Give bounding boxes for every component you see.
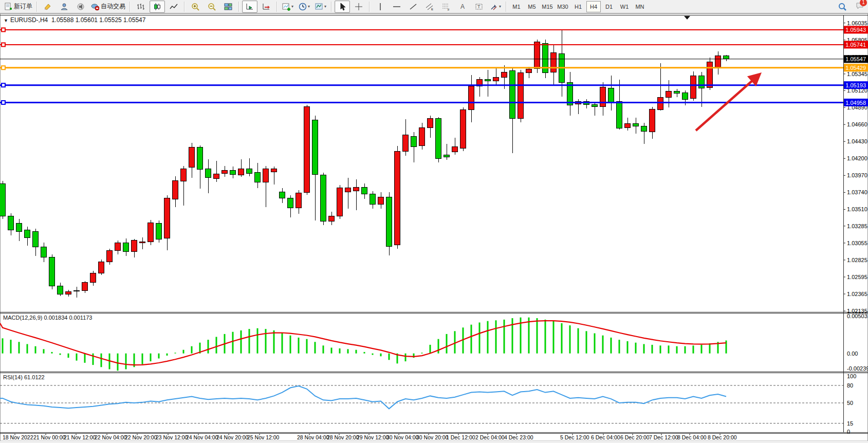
svg-text:1.04430: 1.04430 bbox=[847, 138, 867, 144]
svg-text:1.05741: 1.05741 bbox=[845, 42, 866, 48]
svg-text:4 Dec 23:00: 4 Dec 23:00 bbox=[504, 434, 533, 440]
svg-text:1.05943: 1.05943 bbox=[845, 27, 866, 33]
svg-text:1.05547: 1.05547 bbox=[845, 56, 866, 62]
chart-ohlc-values: 1.05588 1.05601 1.05525 1.05547 bbox=[51, 16, 146, 24]
time-axis: 18 Nov 202221 Nov 00:0021 Nov 12:0022 No… bbox=[3, 433, 737, 440]
svg-text:6 Dec 20:00: 6 Dec 20:00 bbox=[620, 434, 650, 440]
svg-text:22 Nov 04:00: 22 Nov 04:00 bbox=[95, 434, 127, 440]
svg-text:1.04660: 1.04660 bbox=[847, 121, 867, 127]
svg-text:0.005031: 0.005031 bbox=[847, 313, 868, 319]
macd-indicator-label: MACD(12,26,9) 0.001834 0.001173 bbox=[3, 315, 92, 321]
svg-text:30 Nov 04:00: 30 Nov 04:00 bbox=[386, 434, 419, 440]
svg-text:22 Nov 20:00: 22 Nov 20:00 bbox=[125, 434, 157, 440]
svg-text:5 Dec 12:00: 5 Dec 12:00 bbox=[560, 434, 589, 440]
svg-text:8 Dec 04:00: 8 Dec 04:00 bbox=[677, 434, 707, 440]
svg-text:1.03970: 1.03970 bbox=[847, 172, 867, 178]
svg-text:1.05345: 1.05345 bbox=[847, 71, 867, 77]
svg-text:1.06035: 1.06035 bbox=[847, 20, 867, 26]
rsi-indicator-label: RSI(14) 61.0122 bbox=[3, 374, 45, 380]
svg-text:100: 100 bbox=[847, 373, 856, 379]
svg-text:29 Nov 12:00: 29 Nov 12:00 bbox=[357, 434, 389, 440]
svg-text:28 Nov 04:00: 28 Nov 04:00 bbox=[297, 434, 329, 440]
svg-text:21 Nov 12:00: 21 Nov 12:00 bbox=[64, 434, 96, 440]
chart-collapse-icon[interactable]: ▼ bbox=[4, 18, 8, 23]
svg-text:1.04200: 1.04200 bbox=[847, 155, 867, 161]
svg-text:21 Nov 00:00: 21 Nov 00:00 bbox=[33, 434, 66, 440]
svg-text:50: 50 bbox=[847, 400, 853, 406]
svg-text:1.03285: 1.03285 bbox=[847, 223, 867, 229]
svg-text:1.03740: 1.03740 bbox=[847, 189, 867, 195]
svg-text:0: 0 bbox=[847, 429, 850, 435]
svg-text:28 Nov 20:00: 28 Nov 20:00 bbox=[327, 434, 359, 440]
svg-text:1.03055: 1.03055 bbox=[847, 240, 867, 246]
line-handle[interactable] bbox=[2, 43, 5, 46]
line-handle[interactable] bbox=[2, 101, 5, 104]
line-handle[interactable] bbox=[2, 28, 5, 31]
chart-canvas[interactable]: 1.060351.058051.055751.053451.051201.048… bbox=[0, 0, 868, 443]
svg-text:1.02825: 1.02825 bbox=[847, 257, 867, 263]
svg-text:1.02595: 1.02595 bbox=[847, 274, 867, 280]
svg-text:25 Nov 12:00: 25 Nov 12:00 bbox=[247, 434, 280, 440]
svg-text:-0.002397: -0.002397 bbox=[847, 365, 868, 372]
svg-text:24 Nov 20:00: 24 Nov 20:00 bbox=[216, 434, 249, 440]
svg-text:15: 15 bbox=[847, 420, 853, 427]
svg-text:30 Nov 20:00: 30 Nov 20:00 bbox=[416, 434, 449, 440]
svg-text:0.00: 0.00 bbox=[847, 350, 858, 357]
chart-symbol-period: EURUSD-,H4 bbox=[10, 16, 48, 24]
svg-text:1.05429: 1.05429 bbox=[845, 65, 866, 71]
bottom-strip bbox=[0, 441, 868, 443]
svg-text:7 Dec 12:00: 7 Dec 12:00 bbox=[649, 434, 678, 440]
svg-text:1.03510: 1.03510 bbox=[847, 206, 867, 212]
svg-text:18 Nov 2022: 18 Nov 2022 bbox=[3, 434, 33, 440]
svg-text:8 Dec 20:00: 8 Dec 20:00 bbox=[708, 434, 737, 440]
svg-text:23 Nov 12:00: 23 Nov 12:00 bbox=[156, 434, 188, 440]
line-handle[interactable] bbox=[2, 83, 5, 87]
svg-text:80: 80 bbox=[847, 382, 853, 389]
svg-text:1.04958: 1.04958 bbox=[845, 100, 866, 106]
svg-text:1.02365: 1.02365 bbox=[847, 291, 867, 297]
svg-text:24 Nov 04:00: 24 Nov 04:00 bbox=[186, 434, 218, 440]
mt4-window: 新订单自动交易▾▾▾EFAT▾M1M5M15M30H1H4D1W1MN1 1.0… bbox=[0, 0, 868, 443]
svg-text:6 Dec 04:00: 6 Dec 04:00 bbox=[591, 434, 620, 440]
line-handle[interactable] bbox=[2, 66, 5, 69]
svg-text:1 Dec 12:00: 1 Dec 12:00 bbox=[446, 434, 475, 440]
svg-text:1.05193: 1.05193 bbox=[845, 82, 866, 88]
svg-text:2 Dec 04:00: 2 Dec 04:00 bbox=[475, 434, 505, 440]
chart-title: ▼EURUSD-,H4 1.05588 1.05601 1.05525 1.05… bbox=[4, 16, 145, 24]
